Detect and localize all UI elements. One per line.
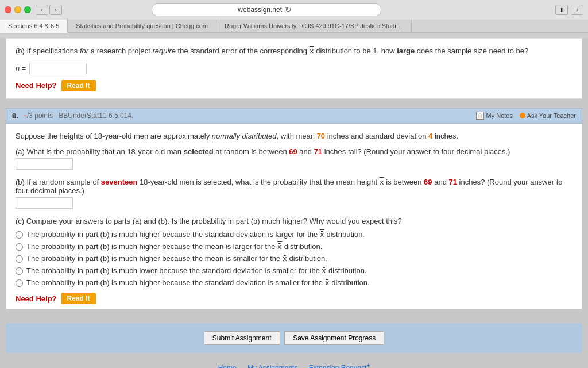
radio-1[interactable] xyxy=(16,231,23,239)
forward-button[interactable]: › xyxy=(49,5,62,15)
extension-request-link[interactable]: Extension Request+ xyxy=(309,364,370,368)
ask-teacher-button[interactable]: Ask Your Teacher xyxy=(520,112,576,119)
footer-links: Home My Assignments Extension Request+ xyxy=(0,358,588,368)
radio-option-5: The probability in part (b) is much high… xyxy=(16,278,572,287)
submit-bar: Submit Assignment Save Assignment Progre… xyxy=(6,323,582,353)
home-link[interactable]: Home xyxy=(218,364,237,368)
maximize-button[interactable] xyxy=(24,6,31,13)
question-number: 8. xyxy=(12,112,18,120)
question-points: −/3 points BBUnderStat11 6.5.014. xyxy=(23,112,477,120)
orange-dot-icon xyxy=(520,113,525,118)
submit-assignment-button[interactable]: Submit Assignment xyxy=(204,331,280,345)
need-help-label: Need Help? xyxy=(16,81,57,90)
question-main-text: Suppose the heights of 18-year-old men a… xyxy=(16,131,572,142)
part-b-label: (b) If a random sample of seventeen 18-y… xyxy=(16,178,572,195)
new-tab-button[interactable]: + xyxy=(571,5,583,15)
part-b-text: (b) If specifications for a research pro… xyxy=(16,47,528,55)
notes-icon: 📋 xyxy=(476,112,484,120)
radio-option-3: The probability in part (b) is much high… xyxy=(16,254,572,263)
back-button[interactable]: ‹ xyxy=(36,5,48,15)
radio-5[interactable] xyxy=(16,279,23,287)
part-c-label: (c) Compare your answers to parts (a) an… xyxy=(16,217,572,225)
part-a-label: (a) What is the probability that an 18-y… xyxy=(16,147,572,156)
need-help-label-q8: Need Help? xyxy=(16,294,57,303)
radio-4[interactable] xyxy=(16,267,23,275)
radio-option-1: The probability in part (b) is much high… xyxy=(16,230,572,239)
close-button[interactable] xyxy=(5,6,11,13)
radio-group: The probability in part (b) is much high… xyxy=(16,230,572,287)
std-value: 4 xyxy=(428,132,432,140)
part-b-input[interactable] xyxy=(16,197,73,209)
address-bar[interactable]: webassign.net ↻ xyxy=(152,3,381,16)
my-notes-button[interactable]: 📋 My Notes xyxy=(476,112,512,120)
read-it-button[interactable]: Read It xyxy=(61,80,96,91)
part-a-input[interactable] xyxy=(16,158,73,170)
reload-button[interactable]: ↻ xyxy=(282,5,295,14)
radio-3[interactable] xyxy=(16,255,23,263)
separator xyxy=(515,112,517,120)
tab-sections[interactable]: Sections 6.4 & 6.5 xyxy=(0,20,68,33)
save-progress-button[interactable]: Save Assignment Progress xyxy=(284,331,384,345)
url-text: webassign.net xyxy=(238,6,282,14)
n-input[interactable] xyxy=(29,63,87,74)
radio-2[interactable] xyxy=(16,243,23,251)
mean-value: 70 xyxy=(317,132,325,140)
question-8-header: 8. −/3 points BBUnderStat11 6.5.014. 📋 M… xyxy=(6,108,582,124)
tab-rwu[interactable]: Roger Williams University : CJS.420.91C-… xyxy=(216,20,412,32)
tab-chegg[interactable]: Statistics and Probability question | Ch… xyxy=(68,20,216,32)
share-button[interactable]: ⬆ xyxy=(555,5,568,15)
radio-option-4: The probability in part (b) is much lowe… xyxy=(16,266,572,275)
read-it-button-q8[interactable]: Read It xyxy=(61,293,96,304)
my-assignments-link[interactable]: My Assignments xyxy=(247,364,297,368)
minimize-button[interactable] xyxy=(14,6,21,13)
radio-option-2: The probability in part (b) is much high… xyxy=(16,242,572,251)
question-8-body: Suppose the heights of 18-year-old men a… xyxy=(6,124,582,310)
n-label: n = xyxy=(16,64,26,72)
